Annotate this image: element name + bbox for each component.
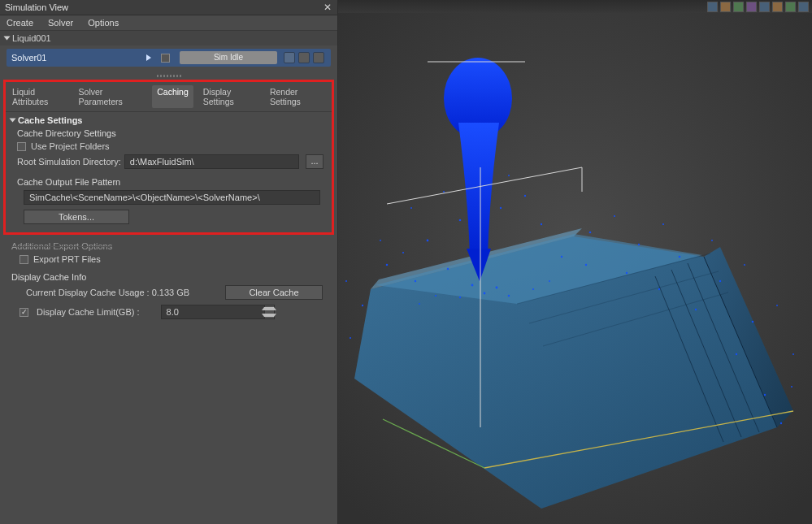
liquid-node-header[interactable]: Liquid001 <box>0 31 337 45</box>
svg-point-19 <box>679 256 681 258</box>
svg-point-34 <box>658 288 660 290</box>
svg-point-21 <box>752 321 754 323</box>
svg-point-35 <box>695 309 697 310</box>
svg-point-49 <box>484 292 486 295</box>
spinner-down-icon[interactable] <box>265 312 274 318</box>
browse-button[interactable]: ... <box>306 154 323 169</box>
cache-settings-header[interactable]: Cache Settings <box>6 112 332 127</box>
display-cache-info: Display Cache Info Current Display Cache… <box>0 269 337 324</box>
toolbar-icon[interactable] <box>707 2 718 12</box>
menu-bar: Create Solver Options <box>0 15 337 31</box>
toolbar-icon[interactable] <box>720 2 731 12</box>
toolbar-icon[interactable] <box>785 2 796 12</box>
svg-point-16 <box>541 223 542 225</box>
cache-pattern-label: Cache Output File Pattern <box>6 171 332 188</box>
svg-point-39 <box>380 240 381 241</box>
svg-point-56 <box>419 303 420 305</box>
spinner-up-icon[interactable] <box>265 305 274 312</box>
export-prt-checkbox[interactable] <box>20 255 28 264</box>
svg-point-13 <box>386 264 389 266</box>
cache-limit-label: Display Cache Limit(GB) : <box>37 307 140 317</box>
close-icon[interactable]: ✕ <box>323 2 332 12</box>
viewport-canvas[interactable] <box>338 13 812 524</box>
svg-point-31 <box>561 256 562 258</box>
svg-point-22 <box>362 305 363 306</box>
svg-point-24 <box>524 195 526 197</box>
solver-row[interactable]: Solver01 Sim Idle <box>7 49 331 67</box>
svg-point-44 <box>711 240 713 241</box>
menu-solver[interactable]: Solver <box>48 18 73 28</box>
svg-point-46 <box>508 175 510 176</box>
expand-icon[interactable] <box>4 37 11 41</box>
additional-export-header: Additional Export Options <box>8 240 331 253</box>
use-project-folders-checkbox[interactable] <box>17 142 26 151</box>
display-cache-header: Display Cache Info <box>8 271 331 284</box>
toolbar-icon[interactable] <box>746 2 757 12</box>
tab-display-settings[interactable]: Display Settings <box>202 85 260 108</box>
clear-cache-button[interactable]: Clear Cache <box>225 285 323 300</box>
expand-icon[interactable] <box>10 119 16 123</box>
svg-point-57 <box>549 280 550 282</box>
svg-point-40 <box>791 386 792 388</box>
svg-point-20 <box>719 280 721 282</box>
simulation-view-panel: Simulation View ✕ Create Solver Options … <box>0 0 338 524</box>
tab-render-settings[interactable]: Render Settings <box>268 85 327 108</box>
export-prt-label: Export PRT Files <box>33 254 101 264</box>
svg-point-29 <box>415 280 416 282</box>
toolbar-icon[interactable] <box>733 2 744 12</box>
svg-point-51 <box>496 287 498 289</box>
cache-directory-settings-label: Cache Directory Settings <box>6 127 332 140</box>
svg-point-15 <box>427 240 429 242</box>
cache-limit-checkbox[interactable] <box>20 308 28 317</box>
toolbar-icon[interactable] <box>798 2 809 12</box>
menu-create[interactable]: Create <box>7 18 33 28</box>
svg-point-23 <box>350 337 351 339</box>
svg-point-17 <box>589 232 592 234</box>
svg-point-54 <box>435 295 436 297</box>
toolbar-icon[interactable] <box>772 2 783 12</box>
svg-point-45 <box>345 280 347 282</box>
tokens-button[interactable]: Tokens... <box>24 210 129 224</box>
svg-point-33 <box>626 272 627 274</box>
svg-point-18 <box>638 244 640 245</box>
cache-limit-spinner[interactable]: 8.0 <box>161 305 275 319</box>
svg-point-14 <box>402 252 404 253</box>
solver-checkbox[interactable] <box>161 54 170 63</box>
panel-title-text: Simulation View <box>5 2 68 12</box>
svg-point-50 <box>471 284 474 287</box>
root-sim-dir-label: Root Simulation Directory: <box>17 157 121 167</box>
reload-icon[interactable] <box>284 52 295 63</box>
svg-point-48 <box>410 207 412 209</box>
panel-titlebar: Simulation View ✕ <box>0 0 337 15</box>
svg-point-47 <box>443 191 445 193</box>
svg-point-27 <box>614 215 615 217</box>
tab-row: Liquid Attributes Solver Parameters Cach… <box>6 82 332 112</box>
svg-point-36 <box>736 353 737 355</box>
viewport[interactable] <box>338 0 812 524</box>
cache-limit-value: 8.0 <box>162 307 264 317</box>
tab-liquid-attributes[interactable]: Liquid Attributes <box>11 85 69 108</box>
svg-point-42 <box>776 305 778 306</box>
tab-caching[interactable]: Caching <box>152 85 193 108</box>
play-icon[interactable] <box>146 54 151 61</box>
svg-point-25 <box>500 207 502 209</box>
svg-point-52 <box>459 297 461 298</box>
svg-point-53 <box>508 295 510 297</box>
root-sim-dir-input[interactable] <box>124 154 299 169</box>
cache-usage-label: Current Display Cache Usage : 0.133 GB <box>26 288 189 297</box>
svg-point-26 <box>459 219 462 222</box>
cache-pattern-input[interactable] <box>24 190 320 205</box>
svg-point-41 <box>792 353 794 355</box>
viewport-toolbar <box>338 0 812 13</box>
menu-options[interactable]: Options <box>88 18 119 28</box>
expand-full-icon[interactable] <box>313 52 324 63</box>
settings-icon[interactable] <box>298 52 310 63</box>
liquid-name: Liquid001 <box>12 33 51 43</box>
panel-splitter[interactable] <box>0 73 337 78</box>
toolbar-icon[interactable] <box>759 2 770 12</box>
tab-solver-parameters[interactable]: Solver Parameters <box>77 85 145 108</box>
additional-export-options: Additional Export Options Export PRT Fil… <box>0 238 337 269</box>
solver-name: Solver01 <box>11 53 46 63</box>
svg-point-37 <box>764 394 766 396</box>
sim-status-pill: Sim Idle <box>180 51 277 64</box>
